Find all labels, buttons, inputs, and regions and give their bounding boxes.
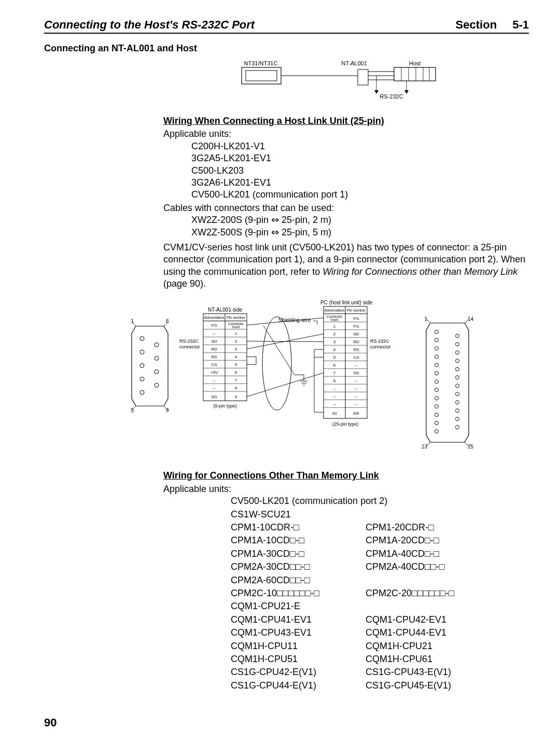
svg-point-121	[455, 359, 459, 363]
svg-point-108	[435, 355, 438, 359]
svg-point-17	[140, 336, 144, 341]
unit-item: CQM1-CPU44-EV1	[366, 627, 500, 639]
svg-text:2: 2	[333, 332, 335, 336]
svg-text:RS: RS	[353, 347, 359, 352]
svg-text:CS: CS	[211, 362, 217, 367]
unit-item: C200H-LK201-V1	[191, 141, 529, 152]
page: Connecting to the Host's RS-232C Port Se…	[0, 0, 560, 744]
svg-text:RD: RD	[211, 347, 217, 352]
svg-point-112	[435, 388, 438, 392]
svg-point-124	[455, 384, 459, 388]
cable-item: XW2Z-500S (9-pin ⇔ 25-pin, 5 m)	[191, 227, 529, 238]
dsub-9-shell	[132, 326, 168, 406]
unit-item: CS1G-CPU42-E(V1)	[231, 666, 366, 678]
th-abbrev: Abbreviation	[204, 316, 224, 319]
unit-item: CPM2A-40CD□□-□	[366, 561, 500, 573]
svg-text:–: –	[333, 402, 335, 406]
svg-text:–: –	[213, 331, 215, 336]
svg-text:7: 7	[234, 378, 237, 383]
nt-side-label: NT-AL001 side	[207, 307, 242, 313]
svg-text:20: 20	[332, 411, 337, 416]
svg-text:–: –	[333, 386, 335, 391]
rs232c-conn-label-right2: connector	[370, 344, 391, 349]
svg-text:SG: SG	[211, 395, 217, 399]
section-number: 5-1	[512, 18, 529, 31]
top-diagram: NT31/NT31C NT-AL001 Host RS-	[237, 59, 455, 106]
svg-text:hood: hood	[232, 325, 240, 329]
header-right: Section 5-1	[456, 18, 529, 32]
svg-point-107	[435, 347, 438, 350]
svg-point-20	[140, 377, 144, 381]
svg-text:9: 9	[234, 395, 237, 399]
svg-point-105	[435, 330, 438, 334]
svg-point-21	[140, 390, 144, 395]
svg-text:hood: hood	[330, 318, 338, 321]
unit-item: CQM1-CPU42-EV1	[366, 614, 500, 626]
host-label: Host	[409, 60, 421, 66]
cable-item: XW2Z-200S (9-pin ⇔ 25-pin, 2 m)	[191, 214, 529, 226]
note-tail: (page 90).	[163, 278, 206, 289]
svg-point-23	[155, 356, 159, 360]
svg-point-113	[435, 397, 438, 400]
svg-text:–: –	[213, 386, 215, 390]
svg-text:+5V: +5V	[210, 370, 218, 375]
svg-text:–: –	[355, 378, 357, 383]
svg-point-22	[155, 343, 159, 347]
twentyfive-pin-type-label: (25-pin type)	[332, 422, 358, 427]
svg-text:4: 4	[333, 347, 335, 352]
svg-point-18	[140, 350, 144, 354]
unit-item: CS1W-SCU21	[231, 509, 500, 521]
svg-point-122	[455, 368, 459, 371]
svg-point-126	[455, 401, 459, 404]
subsection-title: Connecting an NT-AL001 and Host	[44, 43, 529, 54]
svg-point-127	[455, 409, 459, 413]
unit-item: CPM1-10CDR-□	[231, 522, 366, 534]
rs232c-conn-label-left: RS-232C	[179, 339, 199, 344]
svg-text:FG: FG	[353, 324, 359, 329]
other-heading: Wiring for Connections Other Than Memory…	[163, 470, 529, 482]
top-diagram-wrap: NT31/NT31C NT-AL001 Host RS-	[163, 59, 529, 106]
svg-text:SD: SD	[353, 332, 359, 336]
svg-text:2: 2	[234, 339, 237, 344]
wiring-diagram-wrap: 1 6 5 9 RS-232C connector NT-AL001 side	[44, 297, 529, 460]
wiring25-note: CVM1/CV-series host link unit (CV500-LK2…	[163, 242, 529, 290]
svg-point-24	[155, 370, 159, 374]
svg-text:RD: RD	[353, 340, 359, 344]
unit-item: CS1G-CPU45-E(V1)	[366, 680, 500, 692]
wiring-lines	[247, 318, 324, 412]
wiring-diagram: 1 6 5 9 RS-232C connector NT-AL001 side	[103, 297, 517, 460]
svg-point-25	[155, 383, 159, 387]
pin-label-6: 6	[166, 318, 169, 324]
svg-text:RS: RS	[211, 355, 217, 359]
svg-text:3: 3	[234, 347, 237, 352]
th-abbrev-r: Abbreviation	[324, 308, 344, 312]
svg-text:–: –	[355, 394, 357, 399]
svg-text:FG: FG	[211, 323, 217, 328]
rs232c-conn-label-left2: connector	[179, 344, 200, 349]
svg-text:5: 5	[234, 362, 237, 367]
svg-text:ER: ER	[353, 411, 359, 416]
units-grid: CV500-LK201 (communication port 2) CS1W-…	[231, 495, 529, 692]
svg-point-116	[435, 422, 438, 425]
unit-item: CPM1A-40CD□-□	[366, 548, 500, 560]
svg-text:CS: CS	[353, 355, 359, 360]
svg-text:SD: SD	[211, 339, 217, 344]
right-table: Abbreviation Pin number Connectorhood FG…	[324, 306, 367, 418]
running-head: Connecting to the Host's RS-232C Port Se…	[44, 18, 529, 34]
svg-rect-1	[246, 71, 277, 81]
svg-point-115	[435, 413, 438, 417]
pc-side-label: PC (host link unit) side	[320, 300, 372, 305]
ntal001-label: NT-AL001	[341, 60, 367, 66]
svg-point-120	[455, 351, 459, 355]
pin-label-r1: 1	[424, 316, 427, 322]
unit-item: CS1G-CPU44-E(V1)	[231, 680, 366, 692]
unit-item: CQM1-CPU43-EV1	[231, 627, 366, 639]
svg-point-128	[455, 417, 459, 421]
svg-text:–: –	[333, 394, 335, 399]
svg-point-125	[455, 392, 459, 396]
th-pin-r: Pin number	[347, 308, 366, 312]
unit-item: CPM2C-20□□□□□□-□	[366, 587, 500, 599]
unit-item: C500-LK203	[191, 165, 529, 177]
other-block: Wiring for Connections Other Than Memory…	[163, 470, 529, 692]
unit-item: CPM2C-10□□□□□□-□	[231, 587, 366, 599]
